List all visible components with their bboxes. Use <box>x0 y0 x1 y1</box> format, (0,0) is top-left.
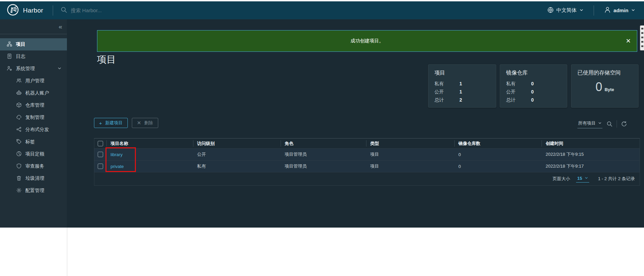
table-row: private 私有 项目管理员 项目 0 2022/2/18 下午9:17 <box>94 161 640 172</box>
row-checkbox[interactable] <box>98 164 103 169</box>
sidebar-item-interrogation-services[interactable]: 审查服务 <box>0 160 67 172</box>
sidebar-nav: 项目 日志 系统管理 <box>0 38 67 197</box>
header-divider <box>53 5 53 16</box>
logs-icon <box>7 54 12 60</box>
access-level-cell: 公开 <box>193 151 281 157</box>
sidebar-item-registries[interactable]: 仓库管理 <box>0 99 67 111</box>
stat-value: 2 <box>459 97 462 103</box>
filter-divider <box>617 120 617 128</box>
sidebar-item-project-quotas[interactable]: 项目定额 <box>0 148 67 160</box>
sidebar-item-configuration[interactable]: 配置管理 <box>0 185 67 197</box>
sidebar-item-label: 系统管理 <box>16 66 35 72</box>
role-cell: 项目管理员 <box>281 163 366 169</box>
type-cell: 项目 <box>366 163 454 169</box>
project-type-selected: 所有项目 <box>578 120 596 126</box>
created-time-cell: 2022/2/18 下午9:15 <box>542 151 640 157</box>
sidebar-item-label: 垃圾清理 <box>25 175 44 182</box>
stat-label: 公开 <box>434 89 459 95</box>
created-time-cell: 2022/2/18 下午9:17 <box>542 163 640 169</box>
top-header: Harbor 中文简体 <box>0 1 644 19</box>
sidebar-item-logs[interactable]: 日志 <box>0 50 67 63</box>
header-right: 中文简体 admin <box>547 5 644 16</box>
sidebar-item-garbage-collection[interactable]: 垃圾清理 <box>0 172 67 185</box>
plus-icon: + <box>99 120 102 126</box>
chevron-down-icon <box>57 66 62 71</box>
x-icon: ✕ <box>137 120 141 126</box>
projects-stat-card: 项目 私有1 公开1 总计2 <box>428 64 496 108</box>
sidebar-item-label: 仓库管理 <box>25 102 44 108</box>
sidebar-border-extension <box>67 228 67 276</box>
card-title: 已使用的存储空间 <box>577 69 638 77</box>
records-range-label: 1 - 2 共计 2 条记录 <box>598 176 635 182</box>
stat-label: 总计 <box>434 97 459 103</box>
quota-icon <box>16 151 22 157</box>
sidebar-item-user-management[interactable]: 用户管理 <box>0 75 67 87</box>
sidebar-item-projects[interactable]: 项目 <box>0 38 67 50</box>
sidebar-item-labels[interactable]: 标签 <box>0 136 67 148</box>
new-project-button[interactable]: + 新建项目 <box>94 118 128 128</box>
page-title: 项目 <box>97 53 116 66</box>
close-icon[interactable]: ✕ <box>626 37 631 45</box>
language-label: 中文简体 <box>556 7 577 14</box>
brand: Harbor <box>0 4 43 17</box>
select-all-checkbox[interactable] <box>98 141 103 146</box>
project-link[interactable]: private <box>111 164 124 169</box>
refresh-icon[interactable] <box>621 121 627 127</box>
page-size-select[interactable]: 15 <box>576 175 589 183</box>
robot-icon <box>16 90 22 97</box>
sidebar-item-label: 分布式分发 <box>25 127 49 133</box>
success-banner: 成功创建项目。 ✕ <box>97 30 637 52</box>
replication-icon <box>16 114 22 121</box>
chevron-down-icon <box>598 121 602 126</box>
header-divider <box>594 5 594 16</box>
stat-value: 1 <box>459 81 462 87</box>
sidebar-item-label: 项目定额 <box>25 151 44 157</box>
shield-icon <box>16 163 22 170</box>
storage-unit: Byte <box>604 87 614 92</box>
sidebar-item-label: 用户管理 <box>25 78 44 84</box>
column-header: 镜像仓库数 <box>454 139 542 148</box>
column-header: 项目名称 <box>106 139 193 148</box>
clipped-right-panel <box>640 25 644 50</box>
sidebar-item-administration[interactable]: 系统管理 <box>0 63 67 75</box>
administration-icon <box>7 66 12 72</box>
sidebar-item-label: 机器人账户 <box>25 90 49 96</box>
stat-value: 0 <box>531 81 534 87</box>
sidebar-item-label: 项目 <box>16 41 25 47</box>
stat-label: 私有 <box>506 81 531 87</box>
delete-button[interactable]: ✕ 删除 <box>132 118 158 128</box>
user-menu[interactable]: admin <box>604 6 635 14</box>
sidebar-item-replications[interactable]: 复制管理 <box>0 111 67 124</box>
language-selector[interactable]: 中文简体 <box>547 7 583 14</box>
sidebar-collapse-button[interactable]: « <box>58 23 62 30</box>
page-size-value: 15 <box>577 176 582 181</box>
row-checkbox[interactable] <box>98 152 103 157</box>
users-icon <box>16 78 22 84</box>
registry-icon <box>16 102 22 109</box>
search-icon[interactable] <box>606 121 613 127</box>
chevron-down-icon <box>585 176 588 181</box>
project-link[interactable]: library <box>111 152 122 157</box>
chevron-down-icon <box>631 7 635 13</box>
repo-count-cell: 0 <box>454 164 542 169</box>
search-input[interactable] <box>70 7 239 14</box>
sidebar-item-robot-accounts[interactable]: 机器人账户 <box>0 87 67 99</box>
type-cell: 项目 <box>366 151 454 157</box>
success-banner-message: 成功创建项目。 <box>351 38 384 44</box>
card-title: 镜像仓库 <box>506 69 567 77</box>
stat-label: 公开 <box>506 89 531 95</box>
table-row: library 公开 项目管理员 项目 0 2022/2/18 下午9:15 <box>94 149 640 161</box>
sidebar-item-label: 复制管理 <box>25 114 44 121</box>
new-project-label: 新建项目 <box>105 120 123 126</box>
search-icon[interactable] <box>61 6 67 15</box>
page-size-label: 页面大小 <box>552 176 570 182</box>
project-type-select[interactable]: 所有项目 <box>577 120 602 128</box>
gear-icon <box>16 188 22 194</box>
harbor-app: Harbor 中文简体 <box>0 0 644 276</box>
user-icon <box>604 6 611 14</box>
table-header-row: 项目名称 访问级别 角色 类型 镜像仓库数 创建时间 <box>94 139 640 149</box>
sidebar-item-distributions[interactable]: 分布式分发 <box>0 124 67 136</box>
sidebar-item-label: 审查服务 <box>25 163 44 169</box>
distribution-icon <box>16 127 22 133</box>
sidebar-item-label: 日志 <box>16 54 25 60</box>
